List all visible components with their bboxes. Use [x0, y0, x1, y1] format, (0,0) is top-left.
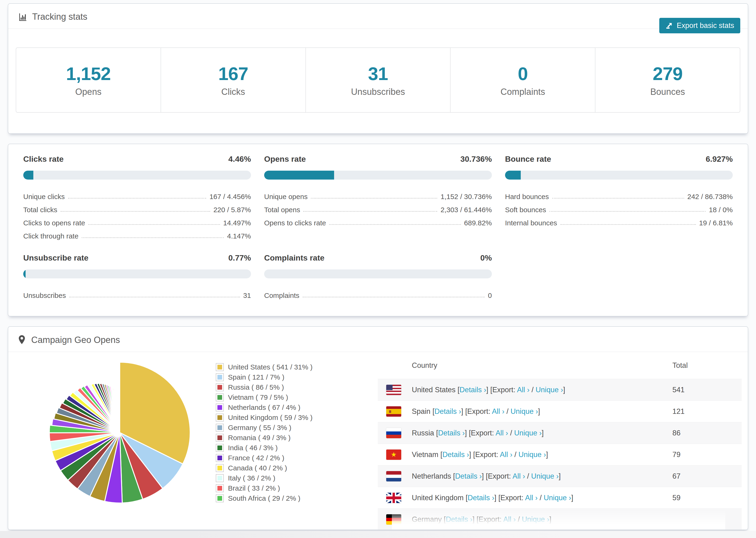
stat-value: 1,152: [66, 63, 111, 84]
stat-label: Complaints: [501, 87, 545, 97]
bar-chart-icon: [18, 12, 27, 22]
rates-card: Clicks rate4.46%Unique clicks167 / 4.456…: [8, 144, 748, 316]
export-unique-link[interactable]: Unique ›: [536, 386, 563, 394]
legend-item: Brazil ( 33 / 2% ): [216, 483, 312, 493]
legend-label: Brazil ( 33 / 2% ): [228, 484, 280, 492]
rate-detail-row: Soft bounces18 / 0%: [505, 201, 733, 214]
export-unique-link[interactable]: Unique ›: [531, 472, 559, 480]
details-link[interactable]: Details ›: [446, 515, 473, 523]
geo-table-header: Country Total: [378, 352, 742, 379]
rate-detail-label: Opens to clicks rate: [264, 219, 326, 227]
export-all-link[interactable]: All ›: [513, 472, 525, 480]
rate-detail-label: Internal bounces: [505, 219, 557, 227]
table-row: United Kingdom [Details ›] [Export: All …: [378, 487, 742, 509]
dotted-leader: [303, 297, 485, 297]
progress-bar: [264, 171, 492, 180]
rate-title: Complaints rate: [264, 253, 324, 262]
rate-detail-row: Unsubscribes31: [23, 286, 251, 299]
page-title: Tracking stats: [32, 12, 87, 22]
stat-label: Clicks: [221, 87, 245, 97]
details-link[interactable]: Details ›: [455, 472, 482, 480]
de-flag-icon: [386, 514, 401, 525]
details-link[interactable]: Details ›: [438, 429, 465, 437]
export-basic-stats-button[interactable]: Export basic stats: [659, 18, 740, 33]
export-unique-link[interactable]: Unique ›: [514, 429, 542, 437]
map-pin-icon: [18, 335, 26, 345]
rate-block-complaints-rate: Complaints rate0%Complaints0: [264, 253, 492, 299]
table-row: Netherlands [Details ›] [Export: All › /…: [378, 465, 742, 487]
rate-detail-label: Unique opens: [264, 193, 307, 201]
dotted-leader: [82, 237, 224, 238]
tracking-stats-card: Tracking stats Export basic stats 1,152O…: [8, 3, 748, 134]
tracking-stats-header: Tracking stats: [8, 4, 748, 29]
legend-swatch-icon: [216, 444, 223, 452]
details-link[interactable]: Details ›: [442, 451, 469, 459]
details-link[interactable]: Details ›: [459, 386, 486, 394]
export-all-link[interactable]: All ›: [525, 494, 537, 502]
dotted-leader: [88, 224, 220, 225]
legend-label: Russia ( 86 / 5% ): [228, 383, 284, 391]
country-cell: Spain [Details ›] [Export: All › / Uniqu…: [378, 406, 673, 417]
details-link[interactable]: Details ›: [468, 494, 495, 502]
geo-pie-chart: [46, 359, 194, 507]
progress-bar-fill: [264, 171, 334, 180]
gb-flag-icon: [386, 493, 401, 503]
legend-label: South Africa ( 29 / 2% ): [228, 494, 300, 502]
rate-title: Bounce rate: [505, 154, 551, 164]
geo-legend: United States ( 541 / 31% )Spain ( 121 /…: [216, 362, 312, 503]
export-all-link[interactable]: All ›: [503, 515, 515, 523]
country-cell: United States [Details ›] [Export: All ›…: [378, 385, 673, 395]
export-all-link[interactable]: All ›: [500, 451, 512, 459]
rate-block-unsubscribe-rate: Unsubscribe rate0.77%Unsubscribes31: [23, 253, 251, 299]
column-header-country: Country: [378, 361, 673, 370]
export-unique-link[interactable]: Unique ›: [511, 407, 538, 415]
rate-detail-row: Opens to clicks rate689.82%: [264, 214, 492, 227]
progress-bar-fill: [23, 269, 26, 278]
legend-label: Netherlands ( 67 / 4% ): [228, 404, 300, 411]
rate-value: 6.927%: [706, 154, 733, 164]
rate-title: Opens rate: [264, 154, 306, 164]
country-cell: Vietnam [Details ›] [Export: All › / Uni…: [378, 450, 673, 460]
rate-detail-row: Total clicks220 / 5.87%: [23, 201, 251, 214]
geo-body: United States ( 541 / 31% )Spain ( 121 /…: [8, 352, 748, 530]
export-unique-link[interactable]: Unique ›: [518, 451, 546, 459]
legend-item: Canada ( 40 / 2% ): [216, 463, 312, 473]
export-unique-link[interactable]: Unique ›: [522, 515, 549, 523]
table-row: Germany [Details ›] [Export: All › / Uni…: [378, 509, 742, 530]
country-name: Russia: [412, 429, 436, 437]
legend-item: United Kingdom ( 59 / 3% ): [216, 412, 312, 422]
rate-detail-value: 689.82%: [464, 219, 492, 227]
rate-detail-row: Complaints0: [264, 286, 492, 299]
stat-cell-bounces: 279Bounces: [595, 48, 740, 112]
export-unique-link[interactable]: Unique ›: [544, 494, 571, 502]
details-link[interactable]: Details ›: [435, 407, 461, 415]
dotted-leader: [61, 211, 210, 212]
stat-cell-clicks: 167Clicks: [161, 48, 305, 112]
table-row: Spain [Details ›] [Export: All › / Uniqu…: [378, 401, 742, 422]
rate-value: 0%: [480, 253, 492, 262]
rate-value: 0.77%: [229, 253, 251, 262]
rate-title: Clicks rate: [23, 154, 64, 164]
export-all-link[interactable]: All ›: [496, 429, 508, 437]
campaign-geo-opens-card: Campaign Geo Opens United States ( 541 /…: [8, 326, 748, 530]
stat-label: Bounces: [650, 87, 685, 97]
rate-detail-label: Unsubscribes: [23, 292, 66, 299]
export-all-link[interactable]: All ›: [492, 407, 504, 415]
legend-item: India ( 46 / 3% ): [216, 443, 312, 453]
legend-label: Italy ( 36 / 2% ): [228, 474, 275, 482]
export-all-link[interactable]: All ›: [517, 386, 529, 394]
rate-detail-label: Soft bounces: [505, 206, 546, 214]
legend-label: United States ( 541 / 31% ): [228, 363, 312, 371]
progress-bar: [23, 171, 251, 180]
rate-detail-value: 1,152 / 30.736%: [441, 193, 492, 201]
total-cell: 67: [673, 472, 742, 480]
country-name: Netherlands: [412, 472, 453, 480]
rate-detail-row: Unique opens1,152 / 30.736%: [264, 188, 492, 201]
dotted-leader: [69, 297, 240, 297]
legend-item: Russia ( 86 / 5% ): [216, 382, 312, 392]
dotted-leader: [561, 224, 696, 225]
rate-block-clicks-rate: Clicks rate4.46%Unique clicks167 / 4.456…: [23, 154, 251, 240]
progress-bar-fill: [23, 171, 33, 180]
rate-detail-value: 4.147%: [227, 232, 251, 240]
stat-value: 279: [653, 63, 682, 84]
